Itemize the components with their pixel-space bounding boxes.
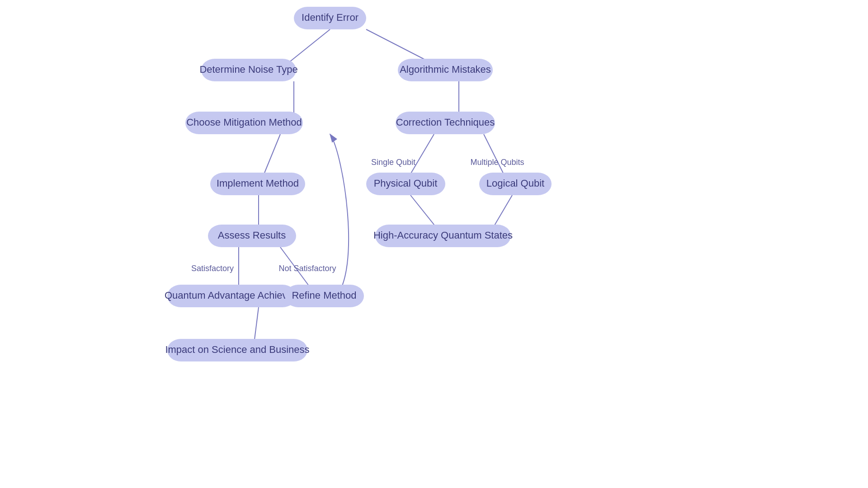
node-quantum-advantage-label: Quantum Advantage Achieved	[165, 290, 298, 301]
node-choose-mitigation-label: Choose Mitigation Method	[186, 117, 302, 128]
not-satisfactory-label: Not Satisfactory	[278, 264, 336, 273]
node-assess-results-label: Assess Results	[218, 230, 286, 241]
edge-refine-to-choose	[330, 134, 349, 298]
node-identify-error-label: Identify Error	[302, 12, 359, 23]
node-refine-method-label: Refine Method	[292, 290, 356, 301]
node-impact-label: Impact on Science and Business	[165, 344, 309, 355]
multiple-qubits-label: Multiple Qubits	[470, 158, 524, 167]
node-algorithmic-mistakes-label: Algorithmic Mistakes	[400, 64, 491, 75]
node-determine-noise-label: Determine Noise Type	[199, 64, 297, 75]
node-high-accuracy-label: High-Accuracy Quantum States	[373, 230, 513, 241]
node-physical-qubit-label: Physical Qubit	[374, 178, 438, 189]
node-implement-method-label: Implement Method	[217, 178, 299, 189]
satisfactory-label: Satisfactory	[191, 264, 234, 273]
node-logical-qubit-label: Logical Qubit	[486, 178, 544, 189]
single-qubit-label: Single Qubit	[371, 158, 415, 167]
node-correction-techniques-label: Correction Techniques	[396, 117, 495, 128]
